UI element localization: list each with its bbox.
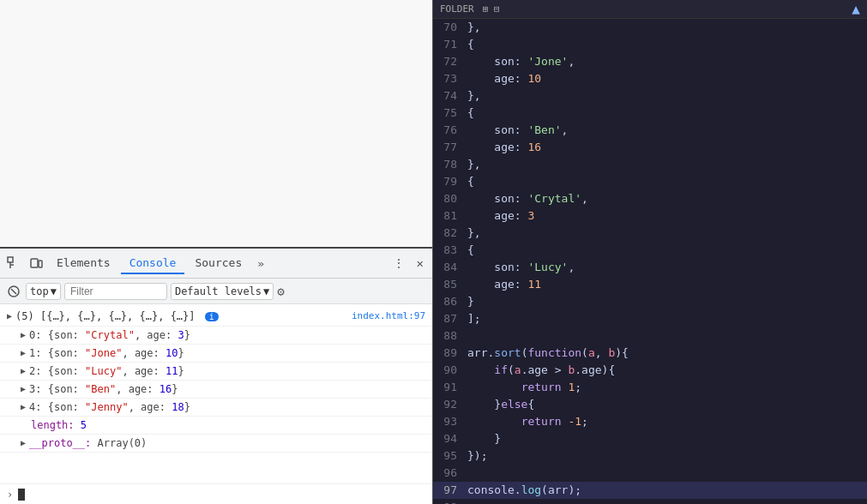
array-item-2[interactable]: ▶ 2: {son: "Lucy", age: 11} [0, 363, 432, 381]
code-line-97: 97console.log(arr); [433, 482, 867, 499]
up-arrow-icon[interactable]: ▲ [852, 1, 860, 17]
clear-console-button[interactable] [5, 283, 22, 300]
code-line-92: 92 }else{ [433, 396, 867, 413]
code-line-82: 82}, [433, 225, 867, 242]
code-line-75: 75{ [433, 105, 867, 122]
console-toolbar: top ▼ Default levels ▼ ⚙ [0, 279, 432, 304]
proto-content: __proto__: Array(0) [29, 435, 147, 451]
tab-sources[interactable]: Sources [186, 253, 250, 274]
device-icon[interactable] [26, 253, 46, 273]
code-line-78: 78}, [433, 156, 867, 173]
code-line-98: 98 [433, 499, 867, 504]
console-settings-icon[interactable]: ⚙ [277, 285, 284, 298]
left-panel: Elements Console Sources » ⋮ ✕ top ▼ [0, 0, 433, 504]
log-levels-select[interactable]: Default levels ▼ [171, 283, 274, 300]
proto-line[interactable]: ▶ __proto__: Array(0) [0, 435, 432, 453]
folder-label: FOLDER [440, 3, 474, 15]
expand-arrow[interactable]: ▶ [7, 309, 12, 324]
code-line-79: 79{ [433, 173, 867, 190]
array-length-line: length: 5 [0, 417, 432, 435]
console-cursor [18, 489, 25, 501]
code-line-86: 86} [433, 293, 867, 310]
inspect-icon[interactable] [3, 253, 24, 273]
code-line-81: 81 age: 3 [433, 207, 867, 225]
svg-rect-3 [31, 259, 38, 267]
code-editor-panel: FOLDER ⊞ ⊟ ▲ 70}, 71{ 72 son: 'Jone', 73… [433, 0, 867, 504]
array-badge: i [205, 312, 219, 321]
code-line-77: 77 age: 16 [433, 139, 867, 156]
code-line-87: 87]; [433, 310, 867, 327]
code-line-71: 71{ [433, 36, 867, 53]
code-line-84: 84 son: 'Lucy', [433, 259, 867, 276]
code-line-83: 83{ [433, 242, 867, 259]
left-top-area [0, 0, 432, 247]
code-line-95: 95}); [433, 447, 867, 465]
console-prompt: › [7, 489, 13, 501]
code-area: 70}, 71{ 72 son: 'Jone', 73 age: 10 74},… [433, 19, 867, 504]
array-item-0[interactable]: ▶ 0: {son: "Crytal", age: 3} [0, 327, 432, 345]
item-index-2: 2: {son: "Lucy", age: 11} [29, 363, 184, 379]
item-index-4: 4: {son: "Jenny", age: 18} [29, 399, 190, 415]
code-line-76: 76 son: 'Ben', [433, 122, 867, 139]
tab-elements[interactable]: Elements [48, 253, 119, 274]
devtools-panel: Elements Console Sources » ⋮ ✕ top ▼ [0, 247, 432, 504]
file-link[interactable]: index.html:97 [352, 309, 425, 324]
array-item-3[interactable]: ▶ 3: {son: "Ben", age: 16} [0, 381, 432, 399]
tab-console[interactable]: Console [121, 253, 185, 274]
context-arrow: ▼ [51, 285, 57, 297]
context-label: top [30, 285, 49, 297]
context-selector[interactable]: top ▼ [26, 283, 61, 300]
item-arrow-4[interactable]: ▶ [21, 399, 26, 415]
log-levels-label: Default levels [175, 285, 262, 297]
code-line-90: 90 if(a.age > b.age){ [433, 362, 867, 379]
code-line-74: 74}, [433, 87, 867, 105]
code-line-96: 96 [433, 465, 867, 482]
length-label: length: 5 [31, 417, 87, 433]
devtools-tab-bar: Elements Console Sources » ⋮ ✕ [0, 249, 432, 279]
log-levels-arrow: ▼ [263, 285, 269, 297]
code-line-70: 70}, [433, 19, 867, 36]
code-line-73: 73 age: 10 [433, 70, 867, 87]
item-index-0: 0: {son: "Crytal", age: 3} [29, 327, 190, 343]
code-line-80: 80 son: 'Crytal', [433, 190, 867, 207]
code-line-89: 89arr.sort(function(a, b){ [433, 345, 867, 362]
code-line-94: 94 } [433, 430, 867, 447]
item-arrow-0[interactable]: ▶ [21, 327, 26, 343]
devtools-close-icon[interactable]: ✕ [412, 253, 429, 273]
array-item-4[interactable]: ▶ 4: {son: "Jenny", age: 18} [0, 399, 432, 417]
console-filter-input[interactable] [64, 283, 167, 300]
proto-arrow[interactable]: ▶ [21, 435, 26, 451]
svg-rect-4 [39, 261, 42, 267]
code-line-72: 72 son: 'Jone', [433, 53, 867, 70]
array-summary-content: (5) [{…}, {…}, {…}, {…}, {…}] i [15, 309, 352, 325]
item-index-3: 3: {son: "Ben", age: 16} [29, 381, 178, 397]
console-array-line[interactable]: ▶ (5) [{…}, {…}, {…}, {…}, {…}] i index.… [0, 308, 432, 327]
folder-bar: FOLDER ⊞ ⊟ ▲ [433, 0, 867, 19]
item-index-1: 1: {son: "Jone", age: 10} [29, 345, 184, 361]
item-arrow-3[interactable]: ▶ [21, 381, 26, 397]
more-tabs-button[interactable]: » [252, 254, 269, 273]
array-item-1[interactable]: ▶ 1: {son: "Jone", age: 10} [0, 345, 432, 363]
item-arrow-1[interactable]: ▶ [21, 345, 26, 361]
folder-icons: ⊞ ⊟ [483, 3, 500, 15]
code-line-91: 91 return 1; [433, 379, 867, 396]
item-arrow-2[interactable]: ▶ [21, 363, 26, 379]
code-line-85: 85 age: 11 [433, 276, 867, 293]
code-line-88: 88 [433, 327, 867, 345]
console-output: ▶ (5) [{…}, {…}, {…}, {…}, {…}] i index.… [0, 304, 432, 483]
code-line-93: 93 return -1; [433, 413, 867, 430]
console-input-line[interactable]: › [0, 483, 432, 504]
svg-line-6 [11, 289, 16, 294]
svg-rect-0 [8, 257, 13, 262]
devtools-menu-icon[interactable]: ⋮ [388, 253, 410, 273]
